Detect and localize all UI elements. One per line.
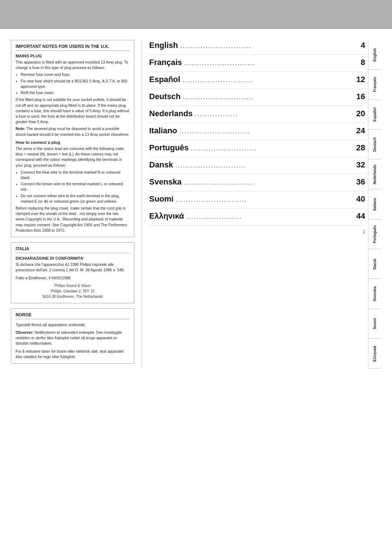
toc-dots: ............................ (184, 59, 359, 67)
norge-section: Norge Typeskilt finnes på apparatens und… (11, 308, 134, 364)
toc-dots: ............................ (184, 179, 354, 186)
toc-row-italiano: Italiano ............................ 24 (149, 125, 365, 140)
toc-number: 36 (356, 177, 365, 187)
toc-row-english: English ............................ 4 (149, 40, 365, 55)
mains-plug-title: MAINS PLUG (16, 54, 130, 58)
toc-label-portugues: Português (149, 143, 189, 153)
page: IMPORTANT NOTES FOR USERS IN THE U.K. MA… (0, 0, 392, 555)
toc-number: 16 (356, 92, 365, 101)
toc-entry: Suomi ............................ 40 (149, 194, 365, 204)
right-column: English ............................ 4 F… (142, 40, 381, 369)
toc-main: English ............................ 4 F… (149, 40, 365, 369)
mains-plug-note: Note: The severed plug must be disposed … (16, 126, 130, 137)
page-number: 2 (149, 229, 365, 234)
toc-number: 44 (356, 211, 365, 221)
toc-number: 24 (356, 126, 365, 135)
toc-dots: ............................ (183, 76, 354, 84)
toc-dots: ............................ (175, 162, 354, 169)
mains-plug-body: This apparatus is fitted with an approve… (16, 60, 130, 137)
toc-dots: ............................ (179, 127, 354, 135)
toc-label-francais: Français (149, 58, 182, 67)
toc-label-suomi: Suomi (149, 194, 173, 204)
toc-entry: Español ............................ 12 (149, 74, 365, 85)
sidebar-label-italiano: Italiano (368, 189, 381, 219)
list-item: Connect the brown wire to the terminal m… (21, 181, 130, 192)
how-bullets: Connect the blue wire to the terminal ma… (16, 170, 130, 204)
toc-label-nederlands: Nederlands (149, 109, 193, 118)
sidebar-label-greek: Ελληνικά (368, 339, 381, 369)
toc-entry: Dansk ............................ 32 (149, 159, 365, 170)
toc-dots: ................. (195, 110, 354, 118)
how-to-connect-title: How to connect a plug (16, 140, 130, 145)
toc-entry: English ............................ 4 (149, 40, 365, 51)
dichiarazione-title: DICHIARAZIONE DI CONFORMITA' (16, 256, 130, 260)
sidebar-label-portugues: Português (368, 219, 381, 249)
sidebar-label-espanol: Español (368, 100, 381, 130)
toc-number: 20 (356, 109, 365, 118)
toc-label-dansk: Dansk (149, 160, 173, 170)
toc-label-italiano: Italiano (149, 126, 177, 135)
toc-row-francais: Français ............................ 8 (149, 57, 365, 72)
toc-row-portugues: Português .......................... 28 (149, 142, 365, 157)
how-to-connect-body: The wires in the mains lead are coloured… (16, 146, 130, 233)
italia-body: Si dichiara che l'apparecchio AJ 3380 Ph… (16, 262, 130, 281)
sidebar-label-nederlands: Nederlands (368, 159, 381, 189)
toc-row-suomi: Suomi ............................ 40 (149, 194, 365, 208)
toc-number: 40 (356, 194, 365, 204)
list-item: Connect the blue wire to the terminal ma… (21, 170, 130, 181)
left-column: IMPORTANT NOTES FOR USERS IN THE U.K. MA… (11, 40, 142, 369)
company-info: Philips Sound & Vision Philips, Glaslaan… (16, 283, 130, 299)
top-bar (0, 0, 392, 29)
toc-number: 12 (356, 75, 365, 84)
italia-title: Italia (16, 246, 130, 253)
uk-section-title: IMPORTANT NOTES FOR USERS IN THE U.K. (16, 44, 130, 51)
mains-plug-bullets: Remove fuse cover and fuse. Fix new fuse… (16, 72, 130, 96)
sidebar-label-svenska: Svenska (368, 279, 381, 309)
norge-body: Typeskilt finnes på apparatens underside… (16, 322, 130, 360)
toc-label-espanol: Español (149, 75, 180, 84)
toc-number: 32 (356, 160, 365, 170)
toc-entry: Português .......................... 28 (149, 142, 365, 153)
toc-sidebar: English Français Español Deutsch Nederla… (368, 40, 381, 369)
content-area: IMPORTANT NOTES FOR USERS IN THE U.K. MA… (0, 29, 392, 380)
italia-section: Italia DICHIARAZIONE DI CONFORMITA' Si d… (11, 242, 134, 303)
toc-entry: Français ............................ 8 (149, 57, 365, 68)
list-item: Remove fuse cover and fuse. (21, 72, 130, 77)
toc-entry: Svenska ............................ 36 (149, 177, 365, 187)
toc-row-svenska: Svenska ............................ 36 (149, 177, 365, 191)
list-item: Do not connect either wire to the earth … (21, 193, 130, 204)
toc-number: 4 (361, 41, 365, 50)
toc-label-greek: Ελληνικά (149, 211, 184, 221)
sidebar-label-dansk: Dansk (368, 249, 381, 279)
toc-dots: ............................ (176, 196, 354, 203)
toc-number: 28 (356, 143, 365, 153)
uk-section: IMPORTANT NOTES FOR USERS IN THE U.K. MA… (11, 40, 134, 237)
sidebar-label-deutsch: Deutsch (368, 130, 381, 159)
toc-dots: .......................... (191, 145, 354, 152)
toc-entry: Ελληνικά ...................... 44 (149, 211, 365, 222)
norge-title: Norge (16, 312, 130, 319)
toc-label-svenska: Svenska (149, 177, 181, 187)
toc-dots: ............................ (183, 93, 354, 101)
sidebar-label-suomi: Suomi (368, 309, 381, 339)
toc-row-deutsch: Deutsch ............................ 16 (149, 91, 365, 106)
toc-label-english: English (149, 41, 178, 50)
toc-entry: Nederlands ................. 20 (149, 108, 365, 119)
sidebar-label-english: English (368, 40, 381, 70)
sidebar-label-francais: Français (368, 70, 381, 100)
toc-entry: Deutsch ............................ 16 (149, 91, 365, 102)
toc-row-dansk: Dansk ............................ 32 (149, 159, 365, 174)
mains-plug-body2: If the fitted plug is not suitable for y… (16, 97, 130, 125)
how-body2: Before replacing the plug cover, make ce… (16, 206, 130, 233)
list-item: Fix new fuse which should be a BS1362 5 … (21, 78, 130, 89)
toc-row-nederlands: Nederlands ................. 20 (149, 108, 365, 123)
toc-number: 8 (361, 58, 365, 67)
toc-label-deutsch: Deutsch (149, 92, 181, 101)
toc-entry: Italiano ............................ 24 (149, 125, 365, 136)
toc-dots: ...................... (186, 213, 354, 220)
toc-row-greek: Ελληνικά ...................... 44 (149, 211, 365, 226)
list-item: Refit the fuse cover. (21, 90, 130, 96)
toc-row-espanol: Español ............................ 12 (149, 74, 365, 89)
toc-dots: ............................ (180, 42, 358, 50)
